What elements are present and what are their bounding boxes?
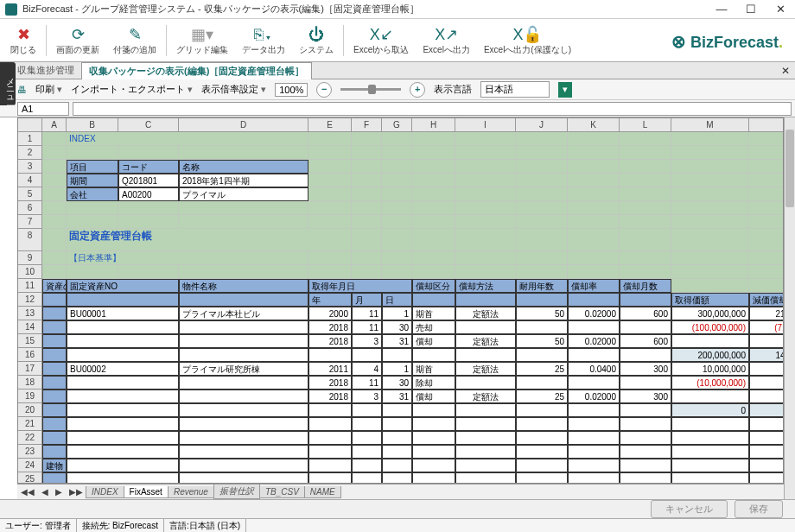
- spreadsheet[interactable]: ABCDEFGHIJKLMN1INDEX23項目コード名称4期間Q2018012…: [17, 117, 784, 484]
- zoom-in-button[interactable]: +: [410, 82, 425, 98]
- tab-package-edit[interactable]: 収集パッケージの表示(編集)［固定資産管理台帳］: [81, 62, 312, 79]
- grid-edit-button[interactable]: ▦▾グリッド編集: [169, 21, 235, 60]
- titlebar: BizForecast - グループ経営管理システム - 収集パッケージの表示(…: [0, 0, 795, 19]
- maximize-button[interactable]: ☐: [736, 0, 766, 19]
- minimize-button[interactable]: —: [707, 0, 736, 19]
- close-button[interactable]: ✖閉じる: [3, 21, 43, 60]
- tab-close-button[interactable]: ✕: [781, 65, 790, 77]
- refresh-icon: ⟳: [72, 25, 85, 44]
- zoom-slider[interactable]: [340, 88, 401, 91]
- excel-export-unprotected-button[interactable]: X🔓Excelへ出力(保護なし): [477, 21, 578, 60]
- refresh-button[interactable]: ⟳画面の更新: [49, 21, 106, 60]
- lang-label: 表示言語: [434, 83, 472, 96]
- tab-progress[interactable]: 収集進捗管理: [17, 64, 74, 77]
- data-export-button[interactable]: ⎘▾データ出力: [235, 21, 292, 60]
- main-toolbar: ✖閉じる ⟳画面の更新 ✎付箋の追加 ▦▾グリッド編集 ⎘▾データ出力 ⏻システ…: [0, 19, 795, 62]
- status-language: 言語:日本語 (日本): [164, 519, 246, 532]
- note-icon: ✎: [129, 25, 142, 44]
- zoom-setting-dropdown[interactable]: 表示倍率設定: [201, 83, 266, 96]
- zoom-value[interactable]: 100%: [275, 83, 308, 97]
- window-title: BizForecast - グループ経営管理システム - 収集パッケージの表示(…: [22, 3, 707, 16]
- window-buttons: — ☐ ✕: [707, 0, 795, 19]
- action-bar: キャンセル 保存: [0, 499, 795, 518]
- app-icon: [5, 3, 17, 16]
- attach-button[interactable]: ✎付箋の追加: [106, 21, 163, 60]
- excel-unlock-icon: X🔓: [512, 25, 542, 44]
- sheet-nav-first[interactable]: ◀◀: [17, 487, 38, 497]
- sheet-tab-name[interactable]: NAME: [304, 486, 341, 498]
- export-icon: ⎘▾: [254, 25, 273, 44]
- sheet-tabs: ◀◀ ◀ ▶ ▶▶ INDEX FixAsset Revenue 振替仕訳 TB…: [17, 484, 784, 499]
- status-user: ユーザー: 管理者: [0, 519, 77, 532]
- close-window-button[interactable]: ✕: [766, 0, 795, 19]
- formula-input[interactable]: [73, 102, 792, 116]
- status-connection: 接続先: BizForecast: [77, 519, 164, 532]
- import-export-dropdown[interactable]: インポート・エクスポート: [71, 83, 193, 96]
- sheet-tab-revenue[interactable]: Revenue: [168, 486, 214, 498]
- sheet-nav-last[interactable]: ▶▶: [66, 487, 86, 497]
- lang-select[interactable]: 日本語: [480, 81, 550, 98]
- menu-sidebar-tab[interactable]: メニュー: [0, 62, 16, 105]
- document-tabbar: 収集進捗管理 収集パッケージの表示(編集)［固定資産管理台帳］ ✕: [0, 62, 795, 79]
- excel-export-button[interactable]: X↗Excelへ出力: [416, 21, 476, 60]
- zoom-out-button[interactable]: −: [316, 82, 332, 98]
- status-bar: ユーザー: 管理者 接続先: BizForecast 言語:日本語 (日本): [0, 518, 795, 532]
- printer-icon: 🖶: [17, 85, 27, 95]
- save-button[interactable]: 保存: [735, 500, 783, 518]
- system-button[interactable]: ⏻システム: [292, 21, 340, 60]
- grid-icon: ▦▾: [191, 25, 213, 44]
- sheet-tab-fixasset[interactable]: FixAsset: [124, 486, 169, 498]
- sheet-nav-prev[interactable]: ◀: [38, 487, 52, 497]
- vertical-scrollbar[interactable]: [784, 117, 795, 499]
- cancel-button[interactable]: キャンセル: [651, 500, 728, 518]
- excel-export-icon: X↗: [435, 25, 458, 44]
- sheet-tab-transfer[interactable]: 振替仕訳: [213, 484, 260, 499]
- options-bar: 🖶 印刷 インポート・エクスポート 表示倍率設定 100% − + 表示言語 日…: [0, 79, 795, 100]
- lang-apply-button[interactable]: ▾: [558, 82, 572, 98]
- close-icon: ✖: [17, 25, 30, 44]
- print-dropdown[interactable]: 印刷: [35, 83, 62, 96]
- sheet-tab-tbcsv[interactable]: TB_CSV: [259, 486, 305, 498]
- sheet-tab-index[interactable]: INDEX: [86, 486, 124, 498]
- power-icon: ⏻: [308, 25, 324, 44]
- excel-import-icon: X↙: [370, 25, 393, 44]
- brand-logo: ⊗ BizForecast.: [671, 31, 783, 52]
- excel-import-button[interactable]: X↙Excelから取込: [347, 21, 416, 60]
- cell-reference[interactable]: A1: [17, 102, 69, 116]
- sheet-nav-next[interactable]: ▶: [52, 487, 66, 497]
- formula-bar: A1: [0, 100, 795, 117]
- scrollbar-thumb[interactable]: [785, 130, 794, 207]
